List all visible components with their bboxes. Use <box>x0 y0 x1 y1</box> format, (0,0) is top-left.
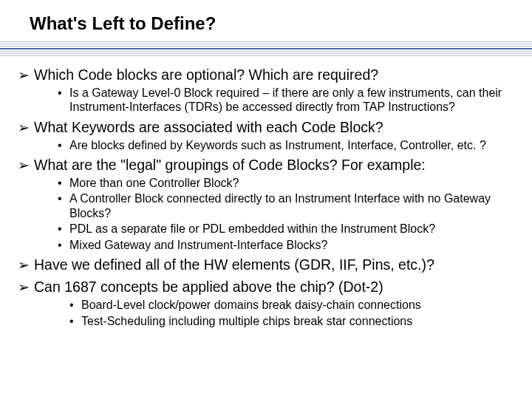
sub-bullet: PDL as a separate file or PDL embedded w… <box>58 222 514 236</box>
bullet-item: ➢ Have we defined all of the HW elements… <box>18 256 514 274</box>
sub-bullet: More than one Controller Block? <box>58 176 514 191</box>
bullet-item: ➢ Which Code blocks are optional? Which … <box>18 66 514 84</box>
sub-bullet: Are blocks defined by Keywords such as I… <box>58 138 514 153</box>
sub-list: Board-Level clock/power domains break da… <box>69 298 514 328</box>
bullet-text: Can 1687 concepts be applied above the c… <box>34 279 514 296</box>
sub-list: More than one Controller Block? A Contro… <box>58 176 514 253</box>
bullet-item: ➢ Can 1687 concepts be applied above the… <box>18 279 514 296</box>
bullet-text: Which Code blocks are optional? Which ar… <box>34 66 514 84</box>
slide-header: What's Left to Define? <box>0 0 532 59</box>
sub-bullet: Test-Scheduling including multiple chips… <box>69 314 514 329</box>
bullet-item: ➢ What are the "legal" groupings of Code… <box>18 157 514 174</box>
sub-bullet: A Controller Block connected directly to… <box>58 191 514 220</box>
sub-bullet: Board-Level clock/power domains break da… <box>69 298 514 313</box>
sub-bullet: Is a Gateway Level-0 Block required – if… <box>58 86 514 115</box>
sub-bullet: Mixed Gateway and Instrument-Interface B… <box>58 238 514 253</box>
slide-body: ➢ Which Code blocks are optional? Which … <box>0 59 532 328</box>
sub-list: Are blocks defined by Keywords such as I… <box>58 138 514 153</box>
bullet-text: What Keywords are associated with each C… <box>34 119 514 137</box>
bullet-item: ➢ What Keywords are associated with each… <box>18 119 514 137</box>
title-underline <box>0 41 532 56</box>
arrow-bullet-icon: ➢ <box>18 66 34 83</box>
arrow-bullet-icon: ➢ <box>18 256 34 273</box>
sub-list: Is a Gateway Level-0 Block required – if… <box>58 86 514 115</box>
arrow-bullet-icon: ➢ <box>18 119 34 136</box>
arrow-bullet-icon: ➢ <box>18 157 34 174</box>
bullet-text: What are the "legal" groupings of Code B… <box>34 157 514 174</box>
slide-title: What's Left to Define? <box>30 13 532 34</box>
bullet-text: Have we defined all of the HW elements (… <box>34 256 514 274</box>
arrow-bullet-icon: ➢ <box>18 279 34 296</box>
